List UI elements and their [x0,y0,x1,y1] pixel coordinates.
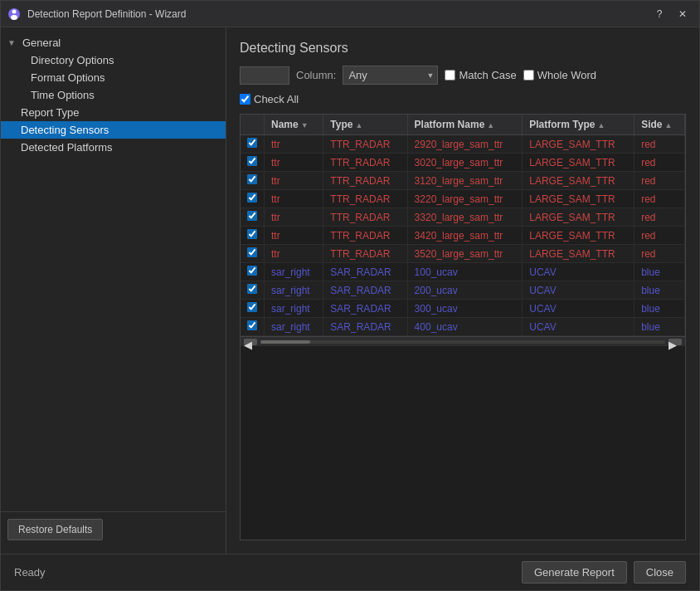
scrollbar-area[interactable]: ◀ ▶ [241,336,685,346]
row-platform-type: UCAV [523,300,634,318]
col-header-type[interactable]: Type▲ [323,115,407,135]
row-checkbox[interactable] [247,247,257,257]
scroll-left-btn[interactable]: ◀ [244,339,257,345]
row-side: red [634,227,685,245]
row-type: TTR_RADAR [323,172,407,190]
sidebar-item-format-options-label: Format Options [31,71,219,84]
col-header-platform-type[interactable]: Platform Type▲ [523,115,634,135]
titlebar: Detection Report Definition - Wizard ? ✕ [1,1,699,27]
row-checkbox[interactable] [247,193,257,203]
sidebar-footer: Restore Defaults [1,511,226,547]
sidebar-item-general[interactable]: ▼ General [1,34,226,51]
row-type: SAR_RADAR [323,281,407,300]
sidebar-item-report-type[interactable]: Report Type [1,104,226,121]
main-panel: Detecting Sensors Column: Any Name Type … [226,27,699,554]
footer-bar: Ready Generate Report Close [1,554,699,590]
row-side: red [634,208,685,227]
row-platform-name: 3220_large_sam_ttr [407,190,523,208]
help-button[interactable]: ? [649,4,669,24]
row-platform-type: LARGE_SAM_TTR [523,172,634,190]
row-checkbox[interactable] [247,302,257,312]
scroll-right-btn[interactable]: ▶ [668,339,682,345]
check-all-checkbox[interactable] [240,94,250,105]
row-checkbox[interactable] [247,284,257,294]
status-text: Ready [14,566,46,579]
sidebar-item-detecting-sensors[interactable]: Detecting Sensors [1,121,226,139]
row-name: sar_right [265,318,323,336]
row-checkbox-cell[interactable] [241,208,265,227]
check-all-label[interactable]: Check All [240,93,299,105]
row-checkbox[interactable] [247,320,257,330]
col-header-side[interactable]: Side▲ [634,115,685,135]
row-checkbox[interactable] [247,229,257,239]
row-checkbox[interactable] [247,138,257,148]
column-select[interactable]: Any Name Type Platform Name Platform Typ… [343,66,438,85]
row-platform-type: UCAV [523,318,634,336]
row-side: red [634,154,685,172]
row-checkbox-cell[interactable] [241,190,265,208]
sidebar-item-time-options[interactable]: Time Options [1,86,226,104]
row-platform-type: UCAV [523,263,634,281]
sort-icon-name: ▼ [301,121,309,129]
col-header-name[interactable]: Name▼ [265,115,323,135]
col-header-platform-name[interactable]: Platform Name▲ [407,115,523,135]
row-checkbox[interactable] [247,211,257,221]
row-platform-name: 3020_large_sam_ttr [407,154,523,172]
row-checkbox-cell[interactable] [241,281,265,300]
row-platform-name: 300_ucav [407,300,523,318]
whole-word-checkbox[interactable] [523,70,534,81]
sidebar-item-detecting-sensors-label: Detecting Sensors [21,124,219,136]
table-row: sar_right SAR_RADAR 400_ucav UCAV blue [241,318,685,336]
row-checkbox-cell[interactable] [241,135,265,154]
window-close-button[interactable]: ✕ [673,4,693,24]
data-table-container[interactable]: Name▼ Type▲ Platform Name▲ Platform Type… [240,114,686,540]
scrollbar-thumb[interactable] [260,340,310,344]
sidebar-item-format-options[interactable]: Format Options [1,69,226,86]
table-row: sar_right SAR_RADAR 100_ucav UCAV blue [241,263,685,281]
sidebar-item-detected-platforms[interactable]: Detected Platforms [1,139,226,156]
row-platform-type: LARGE_SAM_TTR [523,227,634,245]
row-checkbox[interactable] [247,174,257,184]
row-platform-name: 3320_large_sam_ttr [407,208,523,227]
row-checkbox-cell[interactable] [241,172,265,190]
row-checkbox-cell[interactable] [241,154,265,172]
table-row: ttr TTR_RADAR 2920_large_sam_ttr LARGE_S… [241,135,685,154]
sort-icon-type: ▲ [355,121,362,129]
row-type: SAR_RADAR [323,300,407,318]
row-name: sar_right [265,263,323,281]
row-type: TTR_RADAR [323,135,407,154]
row-side: blue [634,263,685,281]
row-checkbox[interactable] [247,156,257,166]
match-case-label[interactable]: Match Case [445,69,516,81]
row-platform-name: 400_ucav [407,318,523,336]
row-name: ttr [265,190,323,208]
row-name: ttr [265,227,323,245]
row-name: sar_right [265,300,323,318]
generate-report-button[interactable]: Generate Report [522,561,627,584]
row-name: ttr [265,172,323,190]
table-row: ttr TTR_RADAR 3020_large_sam_ttr LARGE_S… [241,154,685,172]
row-platform-name: 3520_large_sam_ttr [407,245,523,263]
filter-row: Column: Any Name Type Platform Name Plat… [240,66,686,85]
match-case-checkbox[interactable] [445,70,455,81]
sidebar-item-directory-options[interactable]: Directory Options [1,51,226,69]
table-row: ttr TTR_RADAR 3320_large_sam_ttr LARGE_S… [241,208,685,227]
restore-defaults-button[interactable]: Restore Defaults [7,519,103,540]
row-name: ttr [265,208,323,227]
row-checkbox-cell[interactable] [241,318,265,336]
row-checkbox[interactable] [247,266,257,276]
row-side: red [634,190,685,208]
svg-point-1 [12,9,17,13]
row-checkbox-cell[interactable] [241,245,265,263]
row-side: red [634,172,685,190]
close-button[interactable]: Close [634,561,686,584]
col-header-checkbox [241,115,265,135]
whole-word-label[interactable]: Whole Word [523,69,596,81]
search-box[interactable] [240,66,289,85]
row-side: blue [634,318,685,336]
sort-icon-platform-type: ▲ [597,121,605,129]
row-checkbox-cell[interactable] [241,227,265,245]
row-checkbox-cell[interactable] [241,300,265,318]
row-checkbox-cell[interactable] [241,263,265,281]
content-area: ▼ General Directory Options Format Optio… [1,27,699,554]
